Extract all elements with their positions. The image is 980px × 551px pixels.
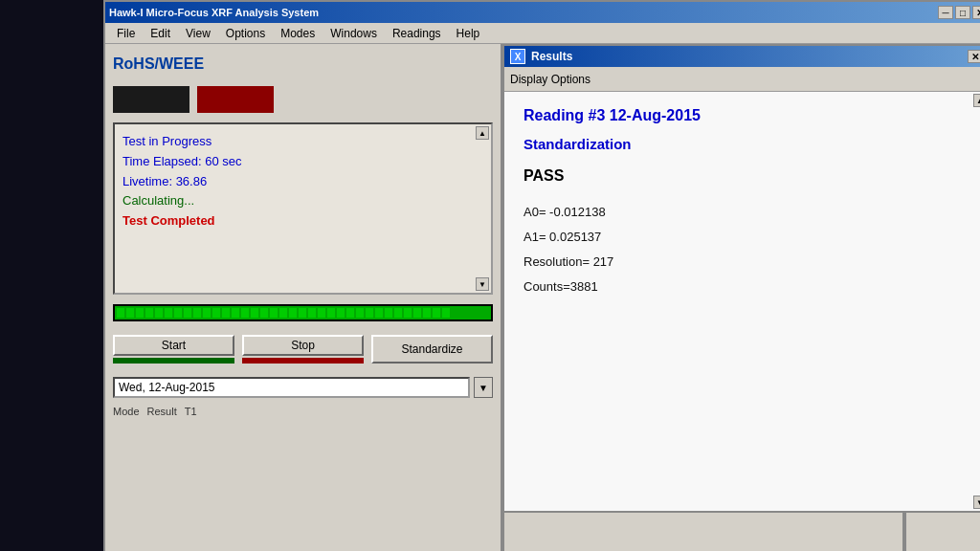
stop-indicator — [242, 358, 364, 364]
progress-segment — [279, 308, 287, 318]
progress-segment — [251, 308, 258, 318]
rohs-title: RoHS/WEEE — [113, 52, 493, 77]
progress-segment — [423, 308, 431, 318]
results-scroll-down[interactable]: ▼ — [973, 496, 980, 509]
progress-segment — [184, 308, 191, 318]
progress-segment — [289, 308, 297, 318]
resolution-value: Resolution= 217 — [523, 250, 969, 275]
desktop: Hawk-I Micro-Focus XRF Analysis System ─… — [0, 0, 980, 551]
progress-segment — [442, 308, 450, 318]
menu-options[interactable]: Options — [218, 25, 273, 42]
bottom-labels: Mode Result T1 — [113, 406, 493, 417]
start-button-group: Start — [113, 335, 234, 364]
start-button[interactable]: Start — [113, 335, 234, 356]
progress-segment — [404, 308, 412, 318]
t1-label: T1 — [185, 406, 197, 417]
results-dialog: X Results ✕ Display Options ▲ Reading #3… — [502, 44, 980, 513]
progress-segment — [203, 308, 211, 318]
progress-segment — [318, 308, 325, 318]
progress-segment — [346, 308, 354, 318]
progress-segment — [260, 308, 268, 318]
progress-segment — [241, 308, 249, 318]
pass-text: PASS — [523, 167, 969, 185]
progress-segment — [145, 308, 153, 318]
maximize-button[interactable]: □ — [955, 6, 970, 19]
status-test-completed: Test Completed — [122, 211, 483, 231]
results-content: ▲ Reading #3 12-Aug-2015 Standardization… — [504, 92, 980, 511]
standardize-button-group: Standardize — [371, 335, 493, 364]
date-selector: ▼ — [113, 377, 493, 398]
progress-segment — [385, 308, 392, 318]
results-scroll-up[interactable]: ▲ — [973, 94, 980, 107]
date-dropdown-button[interactable]: ▼ — [474, 377, 493, 398]
progress-segment — [165, 308, 172, 318]
status-livetime: Livetime: 36.86 — [122, 172, 483, 192]
standardize-button[interactable]: Standardize — [371, 335, 493, 364]
menu-view[interactable]: View — [178, 25, 218, 42]
results-toolbar: Display Options — [504, 67, 980, 92]
progress-segment — [433, 308, 440, 318]
results-icon: X — [510, 49, 525, 64]
progress-segment — [222, 308, 230, 318]
progress-segment — [212, 308, 220, 318]
dark-color-box — [113, 86, 189, 113]
progress-segment — [270, 308, 278, 318]
progress-segment — [117, 308, 124, 318]
action-buttons-row: Start Stop Standardize — [113, 335, 493, 364]
progress-segment — [337, 308, 345, 318]
progress-segment — [375, 308, 383, 318]
title-bar: Hawk-I Micro-Focus XRF Analysis System ─… — [105, 2, 980, 23]
minimize-button[interactable]: ─ — [938, 6, 953, 19]
app-title: Hawk-I Micro-Focus XRF Analysis System — [109, 7, 936, 18]
menu-file[interactable]: File — [109, 25, 143, 42]
result-data: A0= -0.012138 A1= 0.025137 Resolution= 2… — [523, 200, 969, 299]
menu-readings[interactable]: Readings — [385, 25, 449, 42]
progress-segment — [136, 308, 144, 318]
progress-segment — [126, 308, 134, 318]
results-close-button[interactable]: ✕ — [968, 50, 980, 63]
progress-segment — [174, 308, 182, 318]
standardization-title: Standardization — [523, 136, 969, 152]
progress-bar — [115, 306, 491, 320]
progress-segment — [327, 308, 335, 318]
date-input[interactable] — [113, 377, 470, 398]
status-panel: ▲ Test in Progress Time Elapsed: 60 sec … — [113, 122, 493, 295]
status-time-elapsed: Time Elapsed: 60 sec — [122, 152, 483, 172]
progress-segment — [366, 308, 373, 318]
progress-bar-container — [113, 304, 493, 321]
counts-value: Counts=3881 — [523, 275, 969, 299]
progress-segment — [193, 308, 201, 318]
menu-modes[interactable]: Modes — [273, 25, 323, 42]
status-calculating: Calculating... — [122, 191, 483, 211]
results-title-bar: X Results ✕ — [504, 46, 980, 67]
a1-value: A1= 0.025137 — [523, 225, 969, 250]
display-options-label: Display Options — [510, 73, 590, 86]
start-indicator — [113, 358, 234, 364]
menu-windows[interactable]: Windows — [323, 25, 385, 42]
results-title: Results — [531, 50, 572, 63]
content-area: RoHS/WEEE ▲ Test in Progress Time Elapse… — [105, 44, 980, 551]
progress-segment — [394, 308, 402, 318]
progress-segment — [232, 308, 239, 318]
red-color-box — [197, 86, 274, 113]
progress-segment — [308, 308, 316, 318]
reading-title: Reading #3 12-Aug-2015 — [523, 107, 969, 124]
scroll-up-button[interactable]: ▲ — [476, 126, 489, 140]
stop-button[interactable]: Stop — [242, 335, 364, 356]
left-panel: RoHS/WEEE ▲ Test in Progress Time Elapse… — [105, 44, 502, 551]
status-test-in-progress: Test in Progress — [122, 132, 483, 152]
progress-segment — [413, 308, 421, 318]
close-button[interactable]: ✕ — [972, 6, 980, 19]
stop-button-group: Stop — [242, 335, 364, 364]
menu-edit[interactable]: Edit — [143, 25, 178, 42]
progress-segment — [299, 308, 306, 318]
main-window: Hawk-I Micro-Focus XRF Analysis System ─… — [103, 0, 980, 551]
scroll-down-button[interactable]: ▼ — [476, 277, 489, 291]
mode-label: Mode — [113, 406, 140, 417]
menu-bar: File Edit View Options Modes Windows Rea… — [105, 23, 980, 44]
result-label: Result — [147, 406, 177, 417]
color-boxes — [113, 86, 493, 113]
a0-value: A0= -0.012138 — [523, 200, 969, 225]
progress-segment — [356, 308, 364, 318]
menu-help[interactable]: Help — [449, 25, 488, 42]
